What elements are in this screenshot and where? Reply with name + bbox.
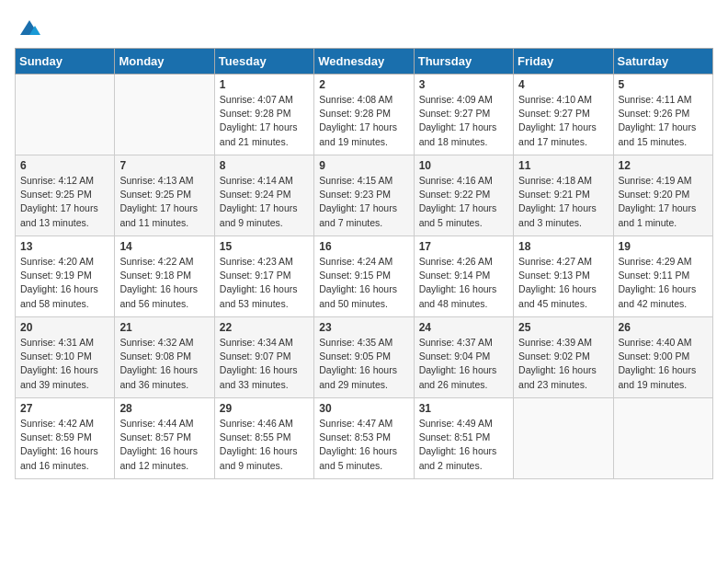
- day-info: Sunrise: 4:18 AMSunset: 9:21 PMDaylight:…: [518, 174, 608, 230]
- col-header-sunday: Sunday: [16, 49, 115, 75]
- calendar-cell: [613, 398, 712, 479]
- calendar-cell: 2Sunrise: 4:08 AMSunset: 9:28 PMDaylight…: [314, 75, 414, 155]
- day-info: Sunrise: 4:23 AMSunset: 9:17 PMDaylight:…: [220, 255, 309, 311]
- day-info: Sunrise: 4:11 AMSunset: 9:26 PMDaylight:…: [619, 93, 708, 149]
- col-header-saturday: Saturday: [613, 49, 712, 75]
- day-info: Sunrise: 4:49 AMSunset: 8:51 PMDaylight:…: [419, 417, 508, 473]
- calendar-cell: 28Sunrise: 4:44 AMSunset: 8:57 PMDayligh…: [115, 398, 214, 479]
- day-number: 18: [518, 240, 608, 253]
- calendar-cell: 6Sunrise: 4:12 AMSunset: 9:25 PMDaylight…: [16, 155, 115, 236]
- day-number: 20: [20, 321, 109, 334]
- page-header: [15, 15, 713, 37]
- day-info: Sunrise: 4:29 AMSunset: 9:11 PMDaylight:…: [619, 255, 708, 311]
- day-number: 7: [119, 159, 209, 172]
- day-number: 25: [518, 321, 608, 334]
- calendar-row-0: 1Sunrise: 4:07 AMSunset: 9:28 PMDaylight…: [16, 75, 713, 155]
- calendar-cell: 27Sunrise: 4:42 AMSunset: 8:59 PMDayligh…: [16, 398, 115, 479]
- day-number: 17: [419, 240, 508, 253]
- day-info: Sunrise: 4:12 AMSunset: 9:25 PMDaylight:…: [20, 174, 109, 230]
- day-number: 14: [119, 240, 209, 253]
- calendar-cell: [115, 75, 214, 155]
- day-info: Sunrise: 4:16 AMSunset: 9:22 PMDaylight:…: [419, 174, 508, 230]
- calendar-cell: 9Sunrise: 4:15 AMSunset: 9:23 PMDaylight…: [314, 155, 414, 236]
- calendar-header-row: SundayMondayTuesdayWednesdayThursdayFrid…: [16, 49, 713, 75]
- day-number: 6: [20, 159, 109, 172]
- day-info: Sunrise: 4:14 AMSunset: 9:24 PMDaylight:…: [220, 174, 309, 230]
- day-info: Sunrise: 4:32 AMSunset: 9:08 PMDaylight:…: [119, 336, 209, 392]
- day-number: 11: [518, 159, 608, 172]
- calendar-cell: 5Sunrise: 4:11 AMSunset: 9:26 PMDaylight…: [613, 75, 712, 155]
- day-info: Sunrise: 4:44 AMSunset: 8:57 PMDaylight:…: [119, 417, 209, 473]
- day-number: 29: [220, 402, 309, 415]
- calendar-cell: [16, 75, 115, 155]
- calendar-cell: 18Sunrise: 4:27 AMSunset: 9:13 PMDayligh…: [514, 236, 613, 317]
- day-info: Sunrise: 4:46 AMSunset: 8:55 PMDaylight:…: [220, 417, 309, 473]
- day-number: 5: [619, 78, 708, 91]
- day-number: 28: [119, 402, 209, 415]
- day-number: 27: [20, 402, 109, 415]
- day-number: 24: [419, 321, 508, 334]
- day-number: 1: [220, 78, 309, 91]
- logo-icon: [17, 15, 42, 40]
- calendar-cell: 15Sunrise: 4:23 AMSunset: 9:17 PMDayligh…: [214, 236, 313, 317]
- day-info: Sunrise: 4:37 AMSunset: 9:04 PMDaylight:…: [419, 336, 508, 392]
- day-info: Sunrise: 4:09 AMSunset: 9:27 PMDaylight:…: [419, 93, 508, 149]
- day-info: Sunrise: 4:13 AMSunset: 9:25 PMDaylight:…: [119, 174, 209, 230]
- day-number: 26: [619, 321, 708, 334]
- calendar-table: SundayMondayTuesdayWednesdayThursdayFrid…: [15, 48, 713, 479]
- day-number: 4: [518, 78, 608, 91]
- calendar-cell: 20Sunrise: 4:31 AMSunset: 9:10 PMDayligh…: [16, 317, 115, 398]
- calendar-cell: 31Sunrise: 4:49 AMSunset: 8:51 PMDayligh…: [414, 398, 513, 479]
- day-info: Sunrise: 4:07 AMSunset: 9:28 PMDaylight:…: [220, 93, 309, 149]
- day-number: 19: [619, 240, 708, 253]
- day-number: 15: [220, 240, 309, 253]
- calendar-cell: 12Sunrise: 4:19 AMSunset: 9:20 PMDayligh…: [613, 155, 712, 236]
- day-info: Sunrise: 4:42 AMSunset: 8:59 PMDaylight:…: [20, 417, 109, 473]
- day-info: Sunrise: 4:24 AMSunset: 9:15 PMDaylight:…: [319, 255, 408, 311]
- day-number: 9: [319, 159, 408, 172]
- day-number: 30: [319, 402, 408, 415]
- calendar-cell: 19Sunrise: 4:29 AMSunset: 9:11 PMDayligh…: [613, 236, 712, 317]
- calendar-cell: 7Sunrise: 4:13 AMSunset: 9:25 PMDaylight…: [115, 155, 214, 236]
- day-info: Sunrise: 4:10 AMSunset: 9:27 PMDaylight:…: [518, 93, 608, 149]
- day-number: 16: [319, 240, 408, 253]
- day-number: 12: [619, 159, 708, 172]
- day-number: 23: [319, 321, 408, 334]
- calendar-row-1: 6Sunrise: 4:12 AMSunset: 9:25 PMDaylight…: [16, 155, 713, 236]
- calendar-cell: 10Sunrise: 4:16 AMSunset: 9:22 PMDayligh…: [414, 155, 513, 236]
- col-header-wednesday: Wednesday: [314, 49, 414, 75]
- day-info: Sunrise: 4:08 AMSunset: 9:28 PMDaylight:…: [319, 93, 408, 149]
- day-info: Sunrise: 4:40 AMSunset: 9:00 PMDaylight:…: [619, 336, 708, 392]
- calendar-cell: 29Sunrise: 4:46 AMSunset: 8:55 PMDayligh…: [214, 398, 313, 479]
- calendar-cell: 22Sunrise: 4:34 AMSunset: 9:07 PMDayligh…: [214, 317, 313, 398]
- calendar-cell: 16Sunrise: 4:24 AMSunset: 9:15 PMDayligh…: [314, 236, 414, 317]
- day-number: 31: [419, 402, 508, 415]
- day-number: 22: [220, 321, 309, 334]
- day-number: 13: [20, 240, 109, 253]
- day-info: Sunrise: 4:39 AMSunset: 9:02 PMDaylight:…: [518, 336, 608, 392]
- col-header-tuesday: Tuesday: [214, 49, 313, 75]
- calendar-cell: 17Sunrise: 4:26 AMSunset: 9:14 PMDayligh…: [414, 236, 513, 317]
- calendar-cell: 1Sunrise: 4:07 AMSunset: 9:28 PMDaylight…: [214, 75, 313, 155]
- calendar-cell: 13Sunrise: 4:20 AMSunset: 9:19 PMDayligh…: [16, 236, 115, 317]
- day-info: Sunrise: 4:15 AMSunset: 9:23 PMDaylight:…: [319, 174, 408, 230]
- day-info: Sunrise: 4:35 AMSunset: 9:05 PMDaylight:…: [319, 336, 408, 392]
- calendar-cell: 21Sunrise: 4:32 AMSunset: 9:08 PMDayligh…: [115, 317, 214, 398]
- calendar-row-2: 13Sunrise: 4:20 AMSunset: 9:19 PMDayligh…: [16, 236, 713, 317]
- day-number: 21: [119, 321, 209, 334]
- day-number: 10: [419, 159, 508, 172]
- day-info: Sunrise: 4:34 AMSunset: 9:07 PMDaylight:…: [220, 336, 309, 392]
- calendar-cell: 25Sunrise: 4:39 AMSunset: 9:02 PMDayligh…: [514, 317, 613, 398]
- day-number: 8: [220, 159, 309, 172]
- col-header-friday: Friday: [514, 49, 613, 75]
- day-number: 3: [419, 78, 508, 91]
- logo: [15, 15, 42, 37]
- col-header-monday: Monday: [115, 49, 214, 75]
- day-number: 2: [319, 78, 408, 91]
- calendar-row-3: 20Sunrise: 4:31 AMSunset: 9:10 PMDayligh…: [16, 317, 713, 398]
- calendar-cell: 14Sunrise: 4:22 AMSunset: 9:18 PMDayligh…: [115, 236, 214, 317]
- calendar-cell: 4Sunrise: 4:10 AMSunset: 9:27 PMDaylight…: [514, 75, 613, 155]
- calendar-cell: 26Sunrise: 4:40 AMSunset: 9:00 PMDayligh…: [613, 317, 712, 398]
- calendar-cell: [514, 398, 613, 479]
- day-info: Sunrise: 4:47 AMSunset: 8:53 PMDaylight:…: [319, 417, 408, 473]
